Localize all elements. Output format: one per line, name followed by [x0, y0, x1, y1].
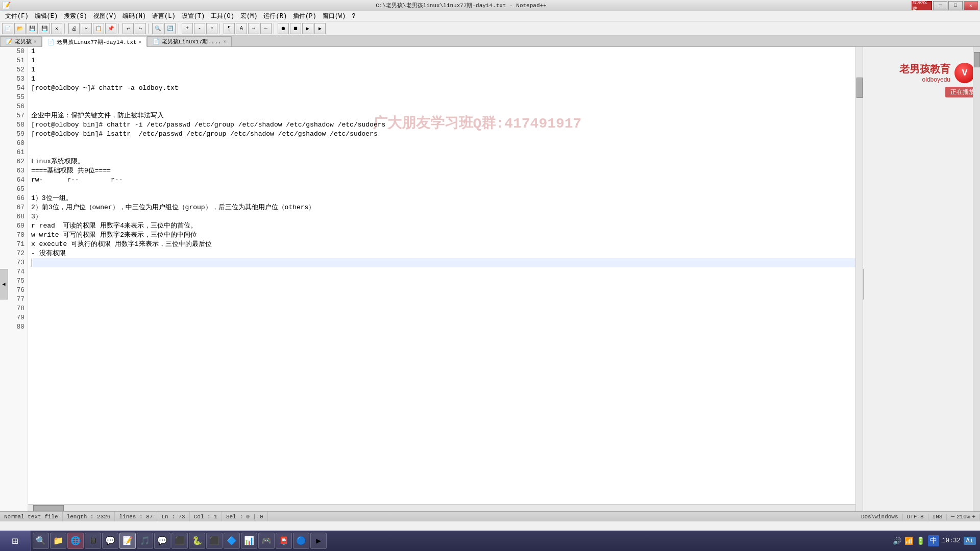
taskbar-icons: 🔍 📁 🌐 🖥 💬 📝 🎵 💬 ⬛ 🐍 ⬛ 🔷 📊 🎮 📮 🔵 ▶	[31, 533, 329, 549]
zoom-in-btn[interactable]: +	[972, 514, 975, 520]
toolbar-replace[interactable]: 🔄	[164, 23, 176, 34]
toolbar-undo[interactable]: ↩	[122, 23, 134, 34]
code-line: ====基础权限 共9位====	[31, 166, 863, 176]
tab-label: 老男孩Linux77期-day14.txt	[57, 38, 136, 46]
toolbar-run[interactable]: ▶	[314, 23, 326, 34]
taskbar-icon-app6[interactable]: 📮	[276, 533, 292, 549]
menu-search[interactable]: 搜索(S)	[61, 12, 90, 20]
toolbar-save-all[interactable]: 💾	[39, 23, 50, 34]
taskbar-icon-media[interactable]: 🎵	[137, 533, 153, 549]
toolbar-format-1[interactable]: ¶	[224, 23, 235, 34]
main-scrollbar[interactable]	[855, 47, 863, 521]
horizontal-scrollbar-thumb[interactable]	[33, 505, 64, 511]
tray-icon-3[interactable]: 🔋	[916, 537, 925, 545]
zoom-level: 210%	[957, 514, 970, 520]
toolbar-zoom-in[interactable]: +	[182, 23, 193, 34]
line-number: 69	[0, 221, 28, 231]
line-number: 78	[0, 304, 28, 313]
toolbar-save[interactable]: 💾	[27, 23, 38, 34]
menu-view[interactable]: 视图(V)	[90, 12, 120, 20]
tab-close-icon[interactable]: ✕	[224, 39, 226, 44]
code-line: x execute 可执行的权限 用数字1来表示，三位中的最后位	[31, 240, 863, 249]
taskbar-icon-app8[interactable]: ▶	[310, 533, 327, 549]
toolbar-macro-record[interactable]: ⏺	[278, 23, 289, 34]
title-bar-controls: 登录收费 ─ □ ✕	[912, 1, 978, 10]
menu-edit[interactable]: 编辑(E)	[32, 12, 61, 20]
tray-icon-1[interactable]: 🔊	[893, 537, 901, 545]
minimize-button[interactable]: ─	[933, 1, 947, 10]
editor[interactable]: 5051525354555657585960616263646566676869…	[0, 47, 863, 521]
status-ln: Ln : 73	[157, 512, 189, 521]
toolbar-open[interactable]: 📂	[14, 23, 26, 34]
menu-macro[interactable]: 宏(M)	[237, 12, 261, 20]
restore-button[interactable]: □	[948, 1, 963, 10]
toolbar-zoom-restore[interactable]: ○	[206, 23, 217, 34]
toolbar-copy[interactable]: 📋	[93, 23, 104, 34]
line-number: 54	[0, 84, 28, 93]
taskbar-icon-vm[interactable]: ⬛	[172, 533, 188, 549]
taskbar-icon-app5[interactable]: 🎮	[258, 533, 275, 549]
taskbar-ai[interactable]: Ai	[964, 537, 976, 545]
toolbar-cut[interactable]: ✂	[81, 23, 92, 34]
line-number: 66	[0, 194, 28, 203]
tab-day14[interactable]: 📄 老男孩Linux77期-day14.txt ✕	[42, 37, 147, 47]
taskbar-icon-python[interactable]: 🐍	[189, 533, 205, 549]
taskbar-icon-browser[interactable]: 🌐	[67, 533, 84, 549]
status-col: Col : 1	[190, 512, 222, 521]
menu-plugins[interactable]: 插件(P)	[290, 12, 320, 20]
tray-icon-2[interactable]: 📶	[904, 537, 913, 545]
tray-icon-cn[interactable]: 中	[928, 535, 939, 546]
toolbar-print[interactable]: 🖨	[68, 23, 80, 34]
toolbar-macro-play[interactable]: ▶	[302, 23, 313, 34]
left-fold-button[interactable]: ◀	[0, 269, 8, 299]
taskbar-icon-app7[interactable]: 🔵	[293, 533, 309, 549]
logo-main: 老男孩教育	[899, 62, 950, 76]
toolbar-format-2[interactable]: A	[236, 23, 247, 34]
line-number: 57	[0, 111, 28, 120]
special-button[interactable]: 登录收费	[912, 1, 932, 10]
toolbar-close[interactable]: ✕	[51, 23, 62, 34]
taskbar-icon-notepad[interactable]: 📝	[119, 533, 136, 549]
menu-window[interactable]: 窗口(W)	[320, 12, 349, 20]
toolbar-outdent[interactable]: ←	[260, 23, 272, 34]
taskbar-icon-cortana[interactable]: 🔍	[33, 533, 49, 549]
toolbar-zoom-out[interactable]: -	[194, 23, 205, 34]
start-button[interactable]: ⊞	[0, 531, 31, 551]
scrollbar-thumb[interactable]	[974, 52, 980, 67]
menu-run[interactable]: 运行(R)	[260, 12, 290, 20]
main-scrollbar-thumb[interactable]	[856, 78, 863, 98]
taskbar-icon-app1[interactable]: 🖥	[85, 533, 101, 549]
status-file-type: Normal text file	[0, 512, 63, 521]
toolbar-indent[interactable]: →	[248, 23, 259, 34]
taskbar-icon-app2[interactable]: 💬	[102, 533, 118, 549]
toolbar-macro-stop[interactable]: ⏹	[290, 23, 301, 34]
tab-close-icon[interactable]: ✕	[139, 39, 141, 45]
toolbar-find[interactable]: 🔍	[152, 23, 163, 34]
menu-encode[interactable]: 编码(N)	[119, 12, 149, 20]
taskbar-icon-app3[interactable]: 🔷	[224, 533, 240, 549]
menu-settings[interactable]: 设置(T)	[179, 12, 208, 20]
horizontal-scrollbar[interactable]	[28, 504, 855, 511]
right-scrollbar[interactable]	[973, 47, 980, 521]
code-line: 3）	[31, 212, 863, 221]
menu-file[interactable]: 文件(F)	[2, 12, 32, 20]
taskbar-icon-explorer[interactable]: 📁	[50, 533, 66, 549]
taskbar-icon-chat[interactable]: 💬	[154, 533, 170, 549]
toolbar-new[interactable]: 📄	[2, 23, 13, 34]
line-number: 61	[0, 148, 28, 157]
menu-language[interactable]: 语言(L)	[149, 12, 179, 20]
editor-content[interactable]: 1111[root@oldboy ~]# chattr -a oldboy.tx…	[28, 47, 863, 521]
tab-oldboy-17[interactable]: 📄 老男孩Linux17期-... ✕	[147, 36, 232, 46]
toolbar-paste[interactable]: 📌	[105, 23, 116, 34]
zoom-out-btn[interactable]: ─	[951, 514, 954, 520]
status-encoding: UTF-8	[903, 514, 928, 520]
taskbar-icon-terminal[interactable]: ⬛	[206, 533, 223, 549]
code-line	[31, 286, 863, 295]
menu-tools[interactable]: 工具(O)	[208, 12, 237, 20]
close-button[interactable]: ✕	[964, 1, 978, 10]
toolbar-redo[interactable]: ↪	[135, 23, 146, 34]
tab-oldboy[interactable]: 📝 老男孩 ✕	[0, 36, 42, 46]
taskbar-icon-app4[interactable]: 📊	[241, 533, 257, 549]
menu-help[interactable]: ?	[349, 13, 358, 20]
tab-close-icon[interactable]: ✕	[34, 39, 36, 44]
